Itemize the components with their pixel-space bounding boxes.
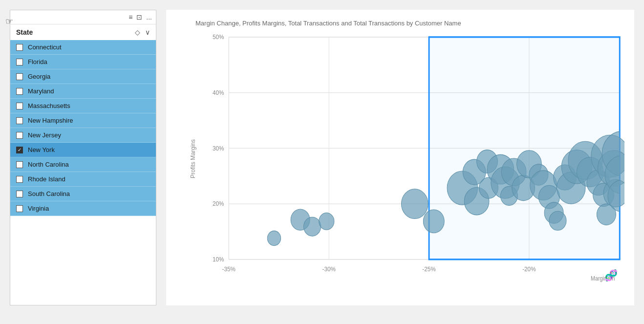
slicer-item[interactable]: ☞✓New York (10, 143, 156, 157)
slicer-item-label: North Carolina (28, 161, 69, 168)
eraser-icon[interactable]: ◇ (135, 28, 140, 36)
svg-point-24 (303, 217, 321, 236)
slicer-resize-handle-bottom[interactable] (10, 303, 156, 305)
slicer-checkbox (16, 88, 23, 95)
slicer-toolbar: ≡ ⊡ ... (10, 10, 156, 24)
chart-title: Margin Change, Profits Margins, Total Tr… (195, 20, 624, 27)
slicer-title: State (16, 28, 33, 36)
slicer-item-label: New Jersey (28, 131, 61, 139)
slicer-item[interactable]: Georgia (10, 69, 156, 84)
expand-icon[interactable]: ⊡ (136, 13, 142, 21)
y-axis-label: Profits Margins (190, 139, 196, 178)
main-container: ≡ ⊡ ... State ◇ ∨ ConnecticutFloridaGeor… (10, 10, 634, 305)
slicer-checkbox (16, 176, 23, 183)
svg-text:-30%: -30% (322, 265, 335, 273)
chart-container: Margin Change, Profits Margins, Total Tr… (166, 10, 634, 305)
slicer-checkbox (16, 44, 23, 51)
slicer-checkbox (16, 132, 23, 139)
slicer-item[interactable]: Maryland (10, 84, 156, 99)
svg-text:20%: 20% (213, 200, 224, 208)
svg-text:-20%: -20% (522, 265, 536, 273)
chart-area[interactable]: Profits Margins (195, 32, 624, 286)
slicer-item-label: Connecticut (28, 43, 62, 51)
slicer-item[interactable]: Massachusetts (10, 99, 156, 113)
slicer-checkbox (16, 191, 23, 197)
slicer-checkbox (16, 161, 23, 168)
chart-svg: 50% 40% 30% 20% 10% -35% -30% -25% -20% (195, 32, 624, 286)
slicer-item-label: Rhode Island (28, 175, 65, 183)
slicer-item[interactable]: South Carolina (10, 187, 156, 201)
slicer-item-label: Massachusetts (28, 102, 70, 109)
svg-text:-35%: -35% (222, 265, 236, 273)
dna-icon: 🧬 (604, 269, 618, 282)
slicer-item-label: Florida (28, 58, 47, 65)
svg-text:10%: 10% (213, 256, 224, 263)
slicer-item-label: South Carolina (28, 190, 70, 197)
slicer-checkbox (16, 117, 23, 124)
slicer-item[interactable]: Connecticut (10, 40, 156, 55)
slicer-checkbox (16, 73, 23, 80)
more-icon[interactable]: ... (146, 13, 152, 21)
slicer-header: State ◇ ∨ (10, 24, 156, 40)
svg-point-22 (267, 231, 280, 245)
slicer-item[interactable]: Florida (10, 55, 156, 69)
svg-point-27 (423, 210, 444, 233)
slicer-item-label: New Hampshire (28, 117, 73, 124)
chevron-down-icon[interactable]: ∨ (145, 28, 150, 36)
slicer-checkbox: ✓ (16, 147, 23, 153)
slicer-item[interactable]: New Jersey (10, 128, 156, 143)
slicer-item-label: Georgia (28, 73, 50, 80)
slicer-item-label: Maryland (28, 87, 54, 95)
svg-text:-25%: -25% (422, 265, 435, 273)
slicer-panel: ≡ ⊡ ... State ◇ ∨ ConnecticutFloridaGeor… (10, 10, 156, 305)
slicer-header-icons: ◇ ∨ (135, 28, 150, 36)
svg-text:50%: 50% (213, 34, 224, 41)
slicer-checkbox (16, 103, 23, 109)
slicer-checkbox (16, 59, 23, 65)
svg-point-25 (319, 213, 334, 230)
slicer-list: ConnecticutFloridaGeorgiaMarylandMassach… (10, 40, 156, 216)
hamburger-icon[interactable]: ≡ (129, 13, 132, 21)
svg-text:30%: 30% (213, 145, 224, 152)
slicer-item[interactable]: Rhode Island (10, 172, 156, 187)
svg-point-26 (401, 189, 428, 219)
slicer-item[interactable]: New Hampshire (10, 113, 156, 128)
svg-text:40%: 40% (213, 89, 224, 96)
svg-point-43 (549, 211, 566, 230)
slicer-checkbox (16, 205, 23, 212)
slicer-item-label: New York (28, 146, 55, 153)
slicer-item[interactable]: Virginia (10, 201, 156, 216)
slicer-item-label: Virginia (28, 205, 49, 212)
slicer-resize-handle[interactable] (154, 10, 156, 305)
slicer-item[interactable]: North Carolina (10, 157, 156, 172)
